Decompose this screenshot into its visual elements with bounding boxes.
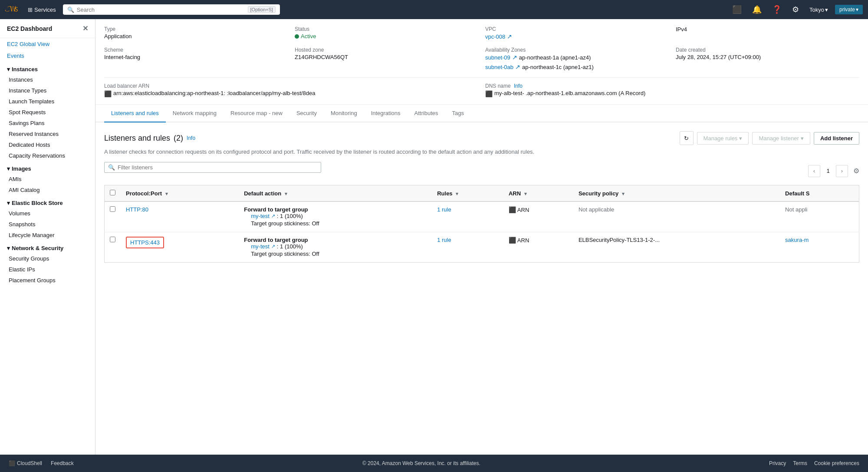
protocol-port-link-1[interactable]: HTTPS:443 — [126, 237, 164, 248]
add-listener-button[interactable]: Add listener — [814, 132, 859, 145]
sort-arn-icon[interactable]: ▾ — [524, 191, 527, 196]
tab-listeners-and-rules[interactable]: Listeners and rules — [104, 105, 166, 122]
tab-monitoring[interactable]: Monitoring — [324, 105, 364, 122]
top-nav: ⊞ Services 🔍 [Option+S] ⬛ 🔔 ❓ ⚙ Tokyo ▾ … — [0, 0, 868, 19]
terms-link[interactable]: Terms — [793, 460, 807, 466]
row-checkbox-1[interactable] — [110, 237, 115, 242]
dns-copy-icon[interactable]: ⬛ — [485, 90, 493, 97]
sidebar-item-elastic-ips[interactable]: Elastic IPs — [0, 264, 95, 275]
arn-cell: Load balancer ARN ⬛ arn:aws:elasticloadb… — [104, 83, 478, 97]
cloudshell-button[interactable]: CloudShell — [17, 460, 42, 466]
sidebar-item-savings-plans[interactable]: Savings Plans — [0, 118, 95, 129]
aws-logo[interactable] — [5, 2, 21, 17]
external-icon[interactable]: ↗ — [271, 213, 275, 219]
sidebar-section-instances[interactable]: ▾ Instances — [0, 62, 95, 74]
chevron-down-icon: ▾ — [7, 200, 10, 206]
filter-search-icon: 🔍 — [108, 164, 115, 171]
next-page-button[interactable]: › — [836, 165, 848, 177]
sidebar-section-images[interactable]: ▾ Images — [0, 161, 95, 174]
sidebar-item-security-groups[interactable]: Security Groups — [0, 253, 95, 264]
sidebar-item-global-view[interactable]: EC2 Global View — [0, 38, 95, 50]
sidebar-item-instances[interactable]: Instances — [0, 74, 95, 85]
arn-copy-icon[interactable]: ⬛ — [104, 90, 112, 97]
section-info-link[interactable]: Info — [187, 135, 195, 141]
sidebar-section-ebs[interactable]: ▾ Elastic Block Store — [0, 195, 95, 208]
row-checkbox-0[interactable] — [110, 206, 115, 212]
sort-action-icon[interactable]: ▾ — [285, 191, 287, 196]
bell-icon[interactable]: 🔔 — [749, 3, 765, 16]
tab-resource-map[interactable]: Resource map - new — [224, 105, 289, 122]
filter-bar[interactable]: 🔍 — [104, 162, 321, 173]
detail-grid: Type Application Status Active VPC vpc-0… — [104, 26, 859, 70]
sidebar-item-snapshots[interactable]: Snapshots — [0, 219, 95, 230]
sidebar-item-instance-types[interactable]: Instance Types — [0, 85, 95, 96]
listeners-table: Protocol:Port ▾ Default action ▾ Rules ▾ — [104, 185, 859, 263]
az-subnet-0[interactable]: subnet-09 — [485, 54, 510, 61]
footer: ⬛ CloudShell Feedback © 2024, Amazon Web… — [0, 455, 868, 472]
settings-icon[interactable]: ⚙ — [789, 3, 802, 16]
manage-listener-button[interactable]: Manage listener ▾ — [752, 132, 810, 145]
filter-input[interactable] — [118, 164, 317, 171]
status-indicator — [295, 34, 299, 39]
sidebar-item-placement-groups[interactable]: Placement Groups — [0, 275, 95, 286]
default-s-link-1[interactable]: sakura-m — [785, 237, 809, 243]
row-rules-1: 1 rule — [432, 232, 503, 263]
az-external-icon-1[interactable]: ↗ — [515, 63, 520, 70]
table-settings-icon[interactable]: ⚙ — [853, 167, 859, 175]
sidebar-images-items: AMIs AMI Catalog — [0, 174, 95, 195]
sidebar-item-volumes[interactable]: Volumes — [0, 208, 95, 219]
refresh-icon: ↻ — [684, 135, 689, 142]
search-bar[interactable]: 🔍 [Option+S] — [63, 4, 280, 15]
action-list-0: my-test ↗ : 1 (100%) Target group sticki… — [244, 213, 427, 227]
arn-row-copy-icon-0[interactable]: ⬛ — [509, 206, 516, 213]
sidebar-item-lifecycle-manager[interactable]: Lifecycle Manager — [0, 230, 95, 241]
az-subnet-1[interactable]: subnet-0ab — [485, 64, 513, 70]
account-button[interactable]: private ▾ — [835, 5, 863, 14]
main-content: Type Application Status Active VPC vpc-0… — [95, 19, 868, 472]
region-selector[interactable]: Tokyo ▾ — [806, 5, 832, 15]
protocol-port-link-0[interactable]: HTTP:80 — [126, 206, 148, 213]
sidebar-section-network[interactable]: ▾ Network & Security — [0, 241, 95, 253]
tab-integrations[interactable]: Integrations — [364, 105, 408, 122]
sidebar-header: EC2 Dashboard ✕ — [0, 19, 95, 38]
sidebar-item-events[interactable]: Events — [0, 50, 95, 62]
dns-info-link[interactable]: Info — [514, 83, 523, 89]
tab-tags[interactable]: Tags — [445, 105, 470, 122]
privacy-link[interactable]: Privacy — [769, 460, 786, 466]
sort-security-icon[interactable]: ▾ — [622, 191, 625, 196]
az-external-icon-0[interactable]: ↗ — [512, 54, 517, 61]
sort-rules-icon[interactable]: ▾ — [456, 191, 458, 196]
sidebar-close-button[interactable]: ✕ — [82, 24, 88, 33]
datecreated-cell: Date created July 28, 2024, 15:27 (UTC+0… — [676, 47, 859, 70]
sidebar-item-amis[interactable]: AMIs — [0, 174, 95, 185]
prev-page-button[interactable]: ‹ — [808, 165, 820, 177]
arn-row-copy-icon-1[interactable]: ⬛ — [509, 237, 516, 244]
sidebar-item-reserved-instances[interactable]: Reserved Instances — [0, 129, 95, 139]
sidebar-item-dedicated-hosts[interactable]: Dedicated Hosts — [0, 139, 95, 150]
sidebar-item-launch-templates[interactable]: Launch Templates — [0, 96, 95, 107]
action-item-0-1: Target group stickiness: Off — [251, 220, 427, 227]
tab-network-mapping[interactable]: Network mapping — [166, 105, 224, 122]
feedback-button[interactable]: Feedback — [51, 460, 74, 466]
region-label: Tokyo — [809, 7, 824, 13]
cookie-preferences-link[interactable]: Cookie preferences — [814, 460, 859, 466]
terminal-icon[interactable]: ⬛ — [729, 3, 745, 16]
sidebar-item-spot-requests[interactable]: Spot Requests — [0, 107, 95, 118]
refresh-button[interactable]: ↻ — [680, 131, 694, 145]
vpc-external-icon[interactable]: ↗ — [507, 33, 512, 40]
sidebar-item-capacity-reservations[interactable]: Capacity Reservations — [0, 150, 95, 161]
rules-link-0[interactable]: 1 rule — [437, 206, 451, 213]
sort-protocol-icon[interactable]: ▾ — [165, 191, 168, 196]
select-all-checkbox[interactable] — [110, 190, 115, 195]
external-icon-1[interactable]: ↗ — [271, 244, 275, 249]
tab-attributes[interactable]: Attributes — [408, 105, 445, 122]
vpc-link[interactable]: vpc-008 — [485, 33, 505, 40]
rules-link-1[interactable]: 1 rule — [437, 237, 451, 243]
help-icon[interactable]: ❓ — [769, 3, 785, 16]
search-input[interactable] — [77, 7, 245, 13]
tab-security[interactable]: Security — [289, 105, 324, 122]
services-button[interactable]: ⊞ Services — [24, 5, 59, 15]
sidebar-item-ami-catalog[interactable]: AMI Catalog — [0, 185, 95, 195]
row-security-policy-1: ELBSecurityPolicy-TLS13-1-2-... — [573, 232, 780, 263]
manage-rules-button[interactable]: Manage rules ▾ — [697, 132, 749, 145]
